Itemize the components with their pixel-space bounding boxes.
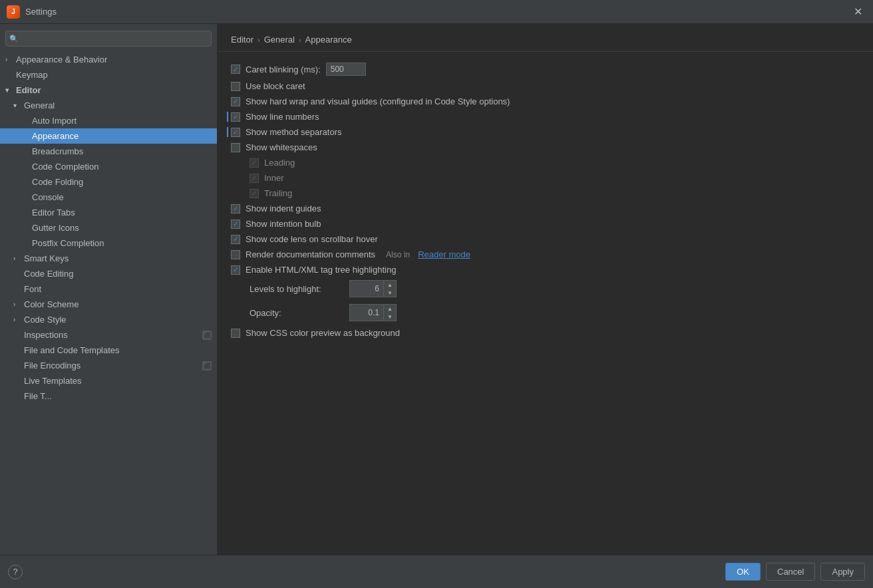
use-block-caret-row: Use block caret xyxy=(231,81,860,91)
opacity-spinner-buttons: ▲ ▼ xyxy=(383,305,396,321)
levels-label: Levels to highlight: xyxy=(250,284,343,294)
show-line-numbers-checkbox[interactable] xyxy=(231,112,240,122)
sidebar-item-label: Console xyxy=(32,192,64,202)
no-arrow xyxy=(13,270,21,277)
no-arrow xyxy=(13,377,21,384)
show-method-separators-row: Show method separators xyxy=(227,127,860,137)
sidebar-item-label: Keymap xyxy=(16,70,48,80)
sidebar-item-file-code-templates[interactable]: File and Code Templates xyxy=(0,343,217,358)
no-arrow xyxy=(21,132,29,140)
sidebar-item-editor[interactable]: ▾ Editor xyxy=(0,82,217,98)
render-doc-row: Render documentation comments Also in Re… xyxy=(231,249,860,259)
apply-button[interactable]: Apply xyxy=(820,563,865,581)
render-doc-checkbox[interactable] xyxy=(231,250,240,259)
opacity-input[interactable] xyxy=(350,307,383,319)
sidebar-item-console[interactable]: Console xyxy=(0,190,217,205)
sidebar-item-font[interactable]: Font xyxy=(0,281,217,297)
show-css-row: Show CSS color preview as background xyxy=(231,328,860,338)
search-icon: 🔍 xyxy=(9,35,19,43)
leading-checkbox[interactable] xyxy=(250,158,259,168)
sidebar-item-label: Code Style xyxy=(24,315,67,325)
bottom-left: ? xyxy=(8,565,23,579)
show-whitespaces-label: Show whitespaces xyxy=(246,142,317,152)
no-arrow xyxy=(21,224,29,231)
trailing-checkbox[interactable] xyxy=(250,189,259,198)
sidebar-item-file-t[interactable]: File T... xyxy=(0,388,217,404)
search-input[interactable] xyxy=(5,31,212,47)
sidebar-item-appearance-behavior[interactable]: › Appearance & Behavior xyxy=(0,52,217,67)
sidebar-item-label: Live Templates xyxy=(24,376,81,386)
no-arrow xyxy=(13,347,21,354)
sidebar-item-label: Gutter Icons xyxy=(32,223,79,233)
sidebar-item-code-style[interactable]: › Code Style xyxy=(0,312,217,327)
sidebar-item-general[interactable]: ▾ General xyxy=(0,98,217,113)
use-block-caret-checkbox[interactable] xyxy=(231,82,240,91)
show-intention-bulb-checkbox[interactable] xyxy=(231,220,240,229)
enable-html-xml-checkbox[interactable] xyxy=(231,265,240,275)
show-indent-guides-checkbox[interactable] xyxy=(231,204,240,214)
bottom-bar: ? OK Cancel Apply xyxy=(0,555,873,588)
sidebar-item-smart-keys[interactable]: › Smart Keys xyxy=(0,251,217,266)
sidebar-item-label: Appearance xyxy=(32,131,79,141)
sidebar-item-label: File Encodings xyxy=(24,361,81,370)
leading-label: Leading xyxy=(264,158,295,168)
inner-checkbox[interactable] xyxy=(250,174,259,183)
no-arrow xyxy=(13,362,21,369)
show-line-numbers-label: Show line numbers xyxy=(246,112,319,122)
sidebar-item-color-scheme[interactable]: › Color Scheme xyxy=(0,297,217,312)
sidebar-item-code-completion[interactable]: Code Completion xyxy=(0,159,217,174)
show-css-checkbox[interactable] xyxy=(231,329,240,338)
show-code-lens-checkbox[interactable] xyxy=(231,235,240,244)
inner-label: Inner xyxy=(264,173,284,183)
app-icon: J xyxy=(7,5,20,19)
levels-up-button[interactable]: ▲ xyxy=(384,281,396,289)
sidebar-item-breadcrumbs[interactable]: Breadcrumbs xyxy=(0,144,217,159)
show-css-label: Show CSS color preview as background xyxy=(246,328,400,338)
show-method-separators-checkbox[interactable] xyxy=(231,128,240,137)
sidebar-item-live-templates[interactable]: Live Templates xyxy=(0,373,217,388)
breadcrumb: Editor › General › Appearance xyxy=(218,24,873,52)
sidebar-item-appearance[interactable]: Appearance xyxy=(0,128,217,144)
sidebar-item-gutter-icons[interactable]: Gutter Icons xyxy=(0,220,217,235)
chevron-right-icon: › xyxy=(13,301,21,308)
sidebar-item-code-editing[interactable]: Code Editing xyxy=(0,266,217,281)
sidebar-item-inspections[interactable]: Inspections ⬛ xyxy=(0,327,217,343)
opacity-up-button[interactable]: ▲ xyxy=(384,305,396,313)
breadcrumb-general: General xyxy=(264,35,295,45)
sidebar-item-postfix-completion[interactable]: Postfix Completion xyxy=(0,235,217,251)
no-arrow xyxy=(21,209,29,216)
sidebar-item-auto-import[interactable]: Auto Import xyxy=(0,113,217,128)
use-block-caret-label: Use block caret xyxy=(246,81,305,91)
leading-row: Leading xyxy=(250,158,860,168)
sidebar-item-label: Code Folding xyxy=(32,177,83,187)
show-whitespaces-checkbox[interactable] xyxy=(231,143,240,152)
show-indent-guides-row: Show indent guides xyxy=(231,204,860,214)
sidebar: 🔍 › Appearance & Behavior Keymap ▾ Edito… xyxy=(0,24,218,555)
levels-row: Levels to highlight: ▲ ▼ xyxy=(250,280,860,297)
sidebar-item-file-encodings[interactable]: File Encodings ⬛ xyxy=(0,358,217,373)
cancel-button[interactable]: Cancel xyxy=(766,563,815,581)
no-arrow xyxy=(21,194,29,201)
no-arrow xyxy=(21,163,29,170)
enable-html-xml-label: Enable HTML/XML tag tree highlighting xyxy=(246,265,396,275)
show-hard-wrap-checkbox[interactable] xyxy=(231,97,240,106)
sidebar-item-keymap[interactable]: Keymap xyxy=(0,67,217,82)
breadcrumb-sep1: › xyxy=(258,36,260,44)
sidebar-item-editor-tabs[interactable]: Editor Tabs xyxy=(0,205,217,220)
levels-spinner: ▲ ▼ xyxy=(349,280,397,297)
close-button[interactable]: ✕ xyxy=(850,4,866,19)
caret-blinking-checkbox[interactable] xyxy=(231,65,240,74)
render-doc-label: Render documentation comments xyxy=(246,249,375,259)
levels-input[interactable] xyxy=(350,283,383,295)
ok-button[interactable]: OK xyxy=(725,563,761,581)
no-arrow xyxy=(13,331,21,339)
sidebar-item-code-folding[interactable]: Code Folding xyxy=(0,174,217,190)
sidebar-item-label: Font xyxy=(24,284,41,294)
opacity-down-button[interactable]: ▼ xyxy=(384,313,396,321)
reader-mode-link[interactable]: Reader mode xyxy=(418,249,470,259)
caret-blinking-input[interactable] xyxy=(326,63,366,76)
levels-down-button[interactable]: ▼ xyxy=(384,289,396,297)
chevron-down-icon: ▾ xyxy=(5,86,13,94)
help-button[interactable]: ? xyxy=(8,565,23,579)
bottom-right: OK Cancel Apply xyxy=(725,563,865,581)
